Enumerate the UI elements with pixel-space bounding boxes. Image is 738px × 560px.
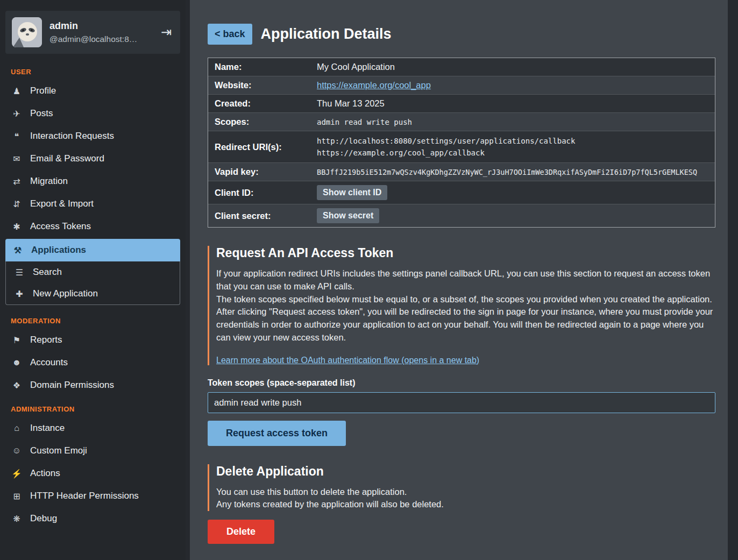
row-label: Name: [215, 62, 317, 72]
redirect-uri: https://example.org/cool_app/callback [317, 148, 708, 157]
sidebar-item-custom-emoji[interactable]: ☺ Custom Emoji [0, 440, 186, 462]
sidebar-item-instance[interactable]: ⌂ Instance [0, 417, 186, 440]
sidebar-item-label: Instance [30, 423, 65, 434]
request-access-token-button[interactable]: Request access token [208, 421, 346, 446]
section-header-user: USER [0, 59, 186, 80]
table-row-client-secret: Client secret: Show secret [208, 204, 715, 227]
paper-plane-icon: ✈ [11, 109, 23, 119]
sidebar-subitem-search[interactable]: ☰ Search [6, 261, 180, 283]
main-panel: < back Application Details Name: My Cool… [190, 0, 728, 560]
website-link[interactable]: https://example.org/cool_app [317, 80, 708, 90]
sidebar-item-label: Profile [30, 86, 56, 96]
application-details-table: Name: My Cool Application Website: https… [208, 58, 715, 228]
request-token-section: Request An API Access Token If your appl… [208, 246, 715, 365]
section-header-administration: ADMINISTRATION [0, 396, 186, 417]
show-secret-button[interactable]: Show secret [317, 208, 379, 223]
applications-group: ⚒ Applications ☰ Search ✚ New Applicatio… [5, 239, 180, 305]
plus-icon: ✚ [13, 289, 25, 299]
sidebar-item-applications-active[interactable]: ⚒ Applications [5, 239, 180, 261]
sidebar-item-label: New Application [33, 288, 98, 299]
sidebar-item-label: Actions [30, 468, 60, 479]
sidebar-item-access-tokens[interactable]: ✱ Access Tokens [0, 215, 186, 238]
flag-icon: ⚑ [11, 335, 23, 345]
sidebar-item-accounts[interactable]: ☻ Accounts [0, 351, 186, 374]
sidebar-item-label: Accounts [30, 357, 68, 368]
section-paragraph: The token scopes specified below must be… [216, 293, 715, 306]
section-paragraph: After clicking "Request access token", y… [216, 306, 715, 344]
http-header-icon: ⊞ [11, 491, 23, 501]
certificate-icon: ✱ [11, 222, 23, 232]
user-name: admin [49, 20, 140, 32]
sidebar-item-debug[interactable]: ❋ Debug [0, 507, 186, 530]
sidebar-item-reports[interactable]: ⚑ Reports [0, 329, 186, 351]
table-row-client-id: Client ID: Show client ID [208, 181, 715, 204]
sidebar-item-label: Migration [30, 176, 68, 187]
section-title: Delete Application [216, 464, 715, 479]
user-card[interactable]: admin @admin@localhost:80... ⇥ [5, 11, 180, 54]
table-row-created: Created: Thu Mar 13 2025 [208, 95, 715, 113]
sidebar-item-label: Access Tokens [30, 221, 91, 232]
sidebar-item-posts[interactable]: ✈ Posts [0, 102, 186, 125]
row-label: Client secret: [215, 211, 317, 221]
sidebar-item-label: Posts [30, 108, 53, 119]
sidebar-item-label: Debug [30, 513, 57, 524]
oauth-docs-link[interactable]: Learn more about the OAuth authenticatio… [216, 356, 479, 365]
sidebar-item-label: Domain Permissions [30, 380, 114, 391]
row-value: admin read write push [317, 118, 708, 126]
show-client-id-button[interactable]: Show client ID [317, 185, 387, 200]
domain-permissions-icon: ❖ [11, 380, 23, 391]
page-header: < back Application Details [208, 24, 715, 45]
tools-icon: ⚒ [12, 245, 24, 256]
table-row-vapid-key: Vapid key: BBJffJ219b5iE512m7wQSzv4KgKDh… [208, 163, 715, 181]
envelope-icon: ✉ [11, 154, 23, 164]
table-row-scopes: Scopes: admin read write push [208, 113, 715, 131]
smiley-icon: ☺ [11, 446, 23, 456]
section-paragraph: You can use this button to delete the ap… [216, 486, 715, 499]
sidebar-item-domain-permissions[interactable]: ❖ Domain Permissions [0, 374, 186, 396]
sidebar-item-actions[interactable]: ⚡ Actions [0, 462, 186, 485]
section-header-moderation: MODERATION [0, 308, 186, 329]
token-scopes-input[interactable] [208, 392, 715, 413]
sidebar-item-email-password[interactable]: ✉ Email & Password [0, 147, 186, 170]
row-value: http://localhost:8080/settings/user/appl… [317, 135, 708, 159]
user-icon: ♟ [11, 86, 23, 96]
row-label: Client ID: [215, 188, 317, 198]
section-title: Request An API Access Token [216, 246, 715, 260]
user-handle: @admin@localhost:80... [49, 34, 140, 44]
avatar [12, 17, 42, 47]
sidebar-item-profile[interactable]: ♟ Profile [0, 80, 186, 102]
sidebar-item-interaction-requests[interactable]: ❝ Interaction Requests [0, 125, 186, 147]
sidebar-item-http-header-permissions[interactable]: ⊞ HTTP Header Permissions [0, 485, 186, 507]
section-paragraph: If your application redirect URIs includ… [216, 267, 715, 293]
users-icon: ☻ [11, 358, 23, 367]
user-meta: admin @admin@localhost:80... [49, 20, 140, 44]
table-row-name: Name: My Cool Application [208, 58, 715, 76]
exchange-arrows-icon: ⇄ [11, 176, 23, 187]
sitemap-icon: ⌂ [11, 423, 23, 433]
logout-icon[interactable]: ⇥ [159, 24, 174, 41]
bug-icon: ❋ [11, 514, 23, 524]
row-label: Vapid key: [215, 167, 317, 177]
page-title: Application Details [261, 26, 392, 42]
back-button[interactable]: < back [208, 24, 252, 45]
sidebar-item-label: Export & Import [30, 199, 94, 209]
bolt-icon: ⚡ [11, 469, 23, 479]
row-label: Website: [215, 80, 317, 90]
sidebar-subitem-new-application[interactable]: ✚ New Application [6, 283, 180, 304]
delete-application-section: Delete Application You can use this butt… [208, 464, 715, 512]
row-label: Created: [215, 98, 317, 109]
sidebar-item-label: Custom Emoji [30, 445, 87, 456]
comment-icon: ❝ [11, 131, 23, 141]
sidebar-item-label: HTTP Header Permissions [30, 491, 139, 501]
sidebar-item-label: Search [33, 267, 62, 278]
row-label: Scopes: [215, 117, 317, 127]
sidebar-item-label: Interaction Requests [30, 131, 114, 141]
delete-button[interactable]: Delete [208, 520, 274, 544]
sidebar-item-export-import[interactable]: ⇵ Export & Import [0, 193, 186, 215]
sidebar-item-migration[interactable]: ⇄ Migration [0, 170, 186, 193]
sidebar-item-label: Email & Password [30, 153, 104, 164]
row-label: Redirect URI(s): [215, 142, 317, 152]
table-row-website: Website: https://example.org/cool_app [208, 76, 715, 95]
sidebar-item-label: Applications [31, 245, 86, 256]
section-paragraph: Any tokens created by the application wi… [216, 498, 715, 511]
